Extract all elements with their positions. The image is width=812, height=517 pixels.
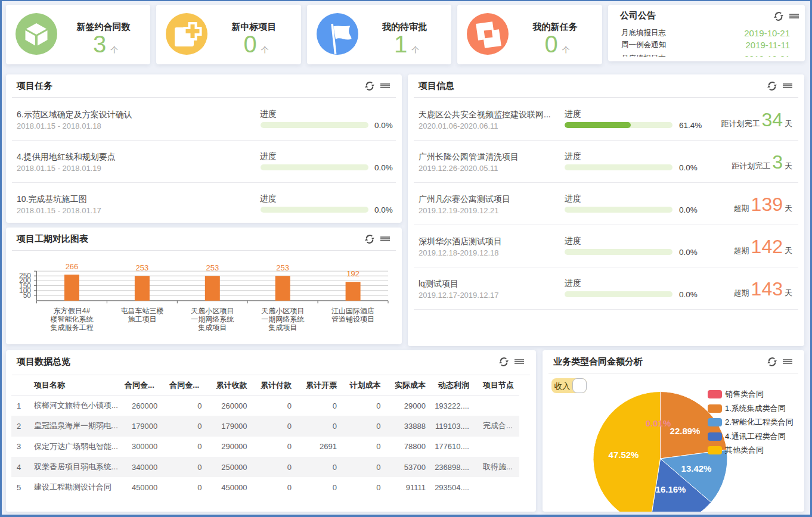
- svg-text:50: 50: [23, 291, 32, 300]
- svg-text:192: 192: [346, 269, 359, 278]
- svg-text:266: 266: [66, 262, 79, 271]
- svg-text:253: 253: [206, 263, 219, 272]
- svg-text:0.01%: 0.01%: [646, 418, 671, 428]
- svg-text:47.52%: 47.52%: [609, 450, 639, 460]
- svg-text:13.42%: 13.42%: [681, 463, 712, 474]
- svg-text:16.16%: 16.16%: [656, 484, 686, 494]
- svg-text:253: 253: [136, 263, 149, 272]
- svg-text:22.89%: 22.89%: [670, 426, 701, 436]
- svg-text:253: 253: [276, 263, 289, 272]
